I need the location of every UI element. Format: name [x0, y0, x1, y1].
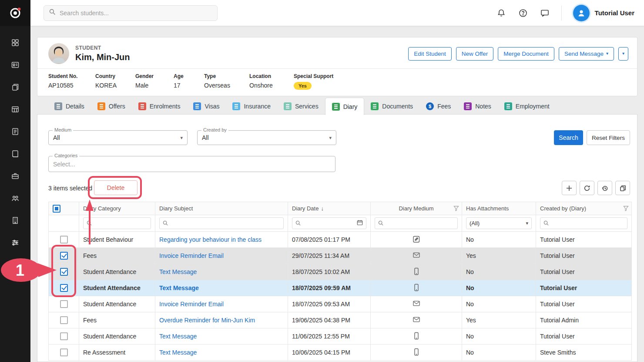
user-menu[interactable]: Tutorial User: [573, 5, 634, 21]
col-has-attachments[interactable]: Has Attachments: [462, 202, 536, 215]
tab-insurance[interactable]: Insurance: [226, 98, 277, 115]
row-checkbox[interactable]: [60, 252, 68, 260]
nav-tables-icon[interactable]: [7, 104, 23, 115]
diary-subject-link[interactable]: Overdue Reminder for Min-Jun Kim: [159, 317, 255, 324]
col-diary-date[interactable]: Diary Date↓: [288, 202, 371, 215]
diary-subject-link[interactable]: Text Message: [159, 333, 197, 340]
attachments-filter-select[interactable]: (All)▾: [466, 217, 532, 229]
category-filter-input[interactable]: [83, 217, 151, 229]
tab-documents[interactable]: Documents: [364, 98, 419, 115]
row-checkbox[interactable]: [60, 332, 68, 340]
subject-filter-input[interactable]: [159, 217, 284, 229]
nav-documents-icon[interactable]: [7, 82, 23, 92]
cell-attachments: No: [462, 345, 536, 361]
delete-button[interactable]: Delete: [94, 180, 138, 195]
add-entry-button[interactable]: [562, 181, 577, 195]
help-icon[interactable]: [518, 8, 528, 18]
student-info-row: Student No. AP10585 Country KOREA Gender…: [37, 68, 637, 96]
tab-visas[interactable]: Visas: [187, 98, 226, 115]
employment-icon: [504, 102, 512, 110]
cell-category: Re Assessment: [79, 345, 155, 361]
enrolments-icon: [138, 102, 146, 110]
created-by-select[interactable]: Created by All ▾: [197, 130, 336, 145]
row-checkbox[interactable]: [60, 268, 68, 276]
chevron-down-icon: ▾: [526, 220, 528, 226]
cell-attachments: No: [462, 280, 536, 296]
new-offer-button[interactable]: New Offer: [456, 47, 494, 61]
nav-contacts-icon[interactable]: [7, 60, 23, 70]
table-row[interactable]: Student Behaviour Regarding your behavio…: [49, 232, 632, 248]
tab-fees[interactable]: Fees: [419, 98, 457, 115]
nav-agents-icon[interactable]: [7, 193, 23, 203]
refresh-button[interactable]: [580, 181, 594, 195]
cell-date: 18/07/2025 10:02 AM: [288, 264, 371, 280]
nav-invoices-icon[interactable]: [7, 126, 23, 137]
nav-settings-icon[interactable]: [7, 237, 23, 248]
tab-enrolments[interactable]: Enrolments: [132, 98, 187, 115]
table-row[interactable]: Fees Invoice Reminder Email 29/07/2025 1…: [49, 248, 632, 264]
diary-subject-link[interactable]: Text Message: [159, 268, 197, 275]
nav-employers-icon[interactable]: [7, 171, 23, 181]
cell-category: Student Attendance: [79, 264, 155, 280]
tab-notes[interactable]: Notes: [457, 98, 498, 115]
tab-diary[interactable]: Diary: [325, 98, 365, 115]
cell-category: Fees: [79, 248, 155, 264]
col-diary-medium[interactable]: Diary Medium: [371, 202, 462, 215]
diary-subject-link[interactable]: Text Message: [159, 284, 199, 291]
col-created-by[interactable]: Created by (Diary): [536, 202, 632, 215]
tab-offers[interactable]: Offers: [91, 98, 132, 115]
tab-services[interactable]: Services: [277, 98, 325, 115]
col-diary-category[interactable]: Diary Category: [79, 202, 155, 215]
send-message-button[interactable]: Send Message▾: [559, 47, 614, 61]
created-by-filter-input[interactable]: [540, 217, 627, 229]
table-row[interactable]: Student Attendance Text Message 18/07/20…: [49, 280, 632, 296]
search-button[interactable]: Search: [554, 130, 583, 145]
diary-subject-link[interactable]: Regarding your behaviour in the class: [159, 236, 262, 243]
categories-select[interactable]: Categories Select...: [48, 156, 335, 172]
export-copy-button[interactable]: [615, 181, 630, 195]
filter-funnel-icon[interactable]: [623, 206, 629, 213]
date-filter-input[interactable]: [292, 217, 366, 229]
table-row[interactable]: Student Attendance Text Message 18/07/20…: [49, 264, 632, 280]
app-logo[interactable]: [0, 0, 30, 26]
cell-attachments: No: [462, 264, 536, 280]
cell-attachments: Yes: [462, 312, 536, 328]
diary-medium-icon: [413, 284, 420, 293]
row-checkbox[interactable]: [60, 316, 68, 324]
nav-courses-icon[interactable]: [7, 149, 23, 159]
row-checkbox[interactable]: [60, 300, 68, 308]
calendar-icon[interactable]: [357, 220, 363, 227]
table-row[interactable]: Student Attendance Text Message 11/06/20…: [49, 328, 632, 345]
diary-subject-link[interactable]: Invoice Reminder Email: [159, 252, 224, 259]
nav-organisation-icon[interactable]: [7, 215, 23, 226]
select-all-checkbox[interactable]: [53, 205, 60, 213]
diary-panel: Medium All ▾ Created by All ▾ Search Res…: [37, 114, 637, 362]
tab-details[interactable]: Details: [48, 98, 91, 115]
nav-dashboard-icon[interactable]: [7, 37, 23, 48]
medium-select[interactable]: Medium All ▾: [48, 130, 188, 145]
col-diary-subject[interactable]: Diary Subject: [155, 202, 288, 215]
reset-filters-button[interactable]: Reset Filters: [587, 130, 630, 145]
messages-chat-icon[interactable]: [540, 8, 550, 18]
medium-filter-input[interactable]: [375, 217, 458, 229]
cell-attachments: No: [462, 328, 536, 345]
row-checkbox[interactable]: [60, 236, 68, 244]
special-support-badge: Yes: [294, 82, 312, 90]
merge-document-button[interactable]: Merge Document: [498, 47, 554, 61]
filter-funnel-icon[interactable]: [453, 206, 459, 213]
table-row[interactable]: Re Assessment Text Message 10/06/2025 04…: [49, 345, 632, 361]
table-row[interactable]: Student Attendance Invoice Reminder Emai…: [49, 296, 632, 312]
diary-subject-link[interactable]: Text Message: [159, 349, 197, 356]
notifications-bell-icon[interactable]: [496, 8, 506, 18]
more-actions-dropdown-button[interactable]: ▾: [618, 47, 628, 61]
row-checkbox[interactable]: [60, 284, 68, 292]
search-input[interactable]: [60, 10, 212, 17]
student-search[interactable]: [44, 5, 218, 21]
revert-history-button[interactable]: [597, 181, 612, 195]
offers-icon: [97, 102, 105, 110]
diary-subject-link[interactable]: Invoice Reminder Email: [159, 301, 224, 308]
row-checkbox[interactable]: [60, 348, 68, 356]
table-row[interactable]: Fees Overdue Reminder for Min-Jun Kim 19…: [49, 312, 632, 328]
tab-employment[interactable]: Employment: [498, 98, 556, 115]
edit-student-button[interactable]: Edit Student: [408, 47, 452, 61]
